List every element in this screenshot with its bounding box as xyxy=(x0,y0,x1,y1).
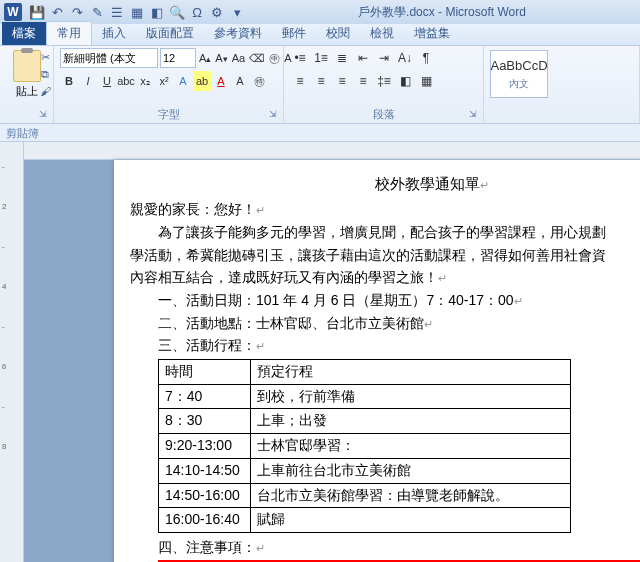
tab-addins[interactable]: 增益集 xyxy=(404,22,460,45)
paste-icon xyxy=(13,50,41,82)
tab-layout[interactable]: 版面配置 xyxy=(136,22,204,45)
clipboard-pane-label: 剪貼簿 xyxy=(0,124,640,142)
phonetic-icon[interactable]: ㊥ xyxy=(268,48,281,68)
shrink-font-icon[interactable]: A▾ xyxy=(214,48,228,68)
dialog-launcher-icon[interactable]: ⇲ xyxy=(469,109,481,121)
line-date: 一、活動日期：101 年 4 月 6 日（星期五）7：40-17：00 xyxy=(158,292,514,308)
schedule-table[interactable]: 時間預定行程 7：40到校，行前準備 8：30上車；出發 9:20-13:00士… xyxy=(158,359,571,533)
dialog-launcher-icon[interactable]: ⇲ xyxy=(269,109,281,121)
cut-icon[interactable]: ✂ xyxy=(38,50,52,64)
para-2: 學活動，希冀能拋磚引玉，讓孩子藉由這次的活動課程，習得如何善用社會資 xyxy=(130,247,606,263)
group-clipboard: 貼上 ✂ ⧉ 🖌 ⇲ xyxy=(0,46,54,123)
line-schedule: 三、活動行程： xyxy=(158,337,256,353)
clear-format-icon[interactable]: ⌫ xyxy=(248,48,266,68)
dialog-launcher-icon[interactable]: ⇲ xyxy=(39,109,51,121)
print-preview-icon[interactable]: 🔍 xyxy=(168,3,186,21)
grow-font-icon[interactable]: A▴ xyxy=(198,48,212,68)
th-time: 時間 xyxy=(159,360,251,385)
tab-mailings[interactable]: 郵件 xyxy=(272,22,316,45)
table-row: 16:00-16:40賦歸 xyxy=(159,508,571,533)
format-painter-icon[interactable]: 🖌 xyxy=(38,84,52,98)
line-place: 二、活動地點：士林官邸、台北市立美術館 xyxy=(158,315,424,331)
superscript-button[interactable]: x² xyxy=(155,71,173,91)
title-bar: W 💾 ↶ ↷ ✎ ☰ ▦ ◧ 🔍 Ω ⚙ ▾ 戶外教學.docx - Micr… xyxy=(0,0,640,24)
qat-icon[interactable]: ▦ xyxy=(128,3,146,21)
table-row: 14:10-14:50上車前往台北市立美術館 xyxy=(159,458,571,483)
word-app-icon: W xyxy=(4,3,22,21)
qat-dropdown-icon[interactable]: ▾ xyxy=(228,3,246,21)
table-header-row: 時間預定行程 xyxy=(159,360,571,385)
bold-button[interactable]: B xyxy=(60,71,78,91)
table-row: 14:50-16:00台北市立美術館學習：由導覽老師解說。 xyxy=(159,483,571,508)
style-sample: AaBbCcD xyxy=(490,58,547,73)
para-1: 為了讓孩子能夠多元的學習，增廣見聞，配合孩子的學習課程，用心規劃 xyxy=(158,224,606,240)
justify-icon[interactable]: ≡ xyxy=(353,71,373,91)
enclose-char-icon[interactable]: ㊕ xyxy=(250,71,268,91)
tab-insert[interactable]: 插入 xyxy=(92,22,136,45)
window-title: 戶外教學.docx - Microsoft Word xyxy=(248,4,636,21)
tab-review[interactable]: 校閱 xyxy=(316,22,360,45)
align-left-icon[interactable]: ≡ xyxy=(290,71,310,91)
table-row: 7：40到校，行前準備 xyxy=(159,384,571,409)
tab-file[interactable]: 檔案 xyxy=(2,22,46,45)
qat-icon[interactable]: ✎ xyxy=(88,3,106,21)
copy-icon[interactable]: ⧉ xyxy=(38,67,52,81)
indent-inc-icon[interactable]: ⇥ xyxy=(374,48,394,68)
redo-icon[interactable]: ↷ xyxy=(68,3,86,21)
vertical-ruler[interactable]: -2 -4 -6 -8 xyxy=(0,142,24,562)
table-row: 8：30上車；出發 xyxy=(159,409,571,434)
shading-icon[interactable]: ◧ xyxy=(395,71,415,91)
highlight-icon[interactable]: ab xyxy=(193,71,211,91)
numbering-icon[interactable]: 1≡ xyxy=(311,48,331,68)
qat-icon[interactable]: ☰ xyxy=(108,3,126,21)
line-notes: 四、注意事項： xyxy=(158,539,256,555)
table-row: 9:20-13:00士林官邸學習： xyxy=(159,434,571,459)
doc-title: 校外教學通知單 xyxy=(375,175,480,192)
horizontal-ruler[interactable] xyxy=(24,142,640,160)
subscript-button[interactable]: x₂ xyxy=(136,71,154,91)
tab-home[interactable]: 常用 xyxy=(46,21,92,45)
style-name: 內文 xyxy=(509,77,529,91)
font-group-label: 字型 xyxy=(54,107,283,122)
borders-icon[interactable]: ▦ xyxy=(416,71,436,91)
group-styles: AaBbCcD 內文 xyxy=(484,46,640,123)
qat-icon[interactable]: ⚙ xyxy=(208,3,226,21)
show-marks-icon[interactable]: ¶ xyxy=(416,48,436,68)
font-color-icon[interactable]: A xyxy=(212,71,230,91)
strike-button[interactable]: abc xyxy=(117,71,135,91)
bullets-icon[interactable]: •≡ xyxy=(290,48,310,68)
quick-access-toolbar: 💾 ↶ ↷ ✎ ☰ ▦ ◧ 🔍 Ω ⚙ ▾ xyxy=(28,3,246,21)
th-plan: 預定行程 xyxy=(251,360,571,385)
qat-icon[interactable]: ◧ xyxy=(148,3,166,21)
tab-view[interactable]: 檢視 xyxy=(360,22,404,45)
paste-button[interactable]: 貼上 xyxy=(13,50,41,99)
underline-button[interactable]: U xyxy=(98,71,116,91)
align-right-icon[interactable]: ≡ xyxy=(332,71,352,91)
indent-dec-icon[interactable]: ⇤ xyxy=(353,48,373,68)
change-case-icon[interactable]: Aa xyxy=(231,48,246,68)
italic-button[interactable]: I xyxy=(79,71,97,91)
paste-label: 貼上 xyxy=(16,84,38,99)
line-spacing-icon[interactable]: ‡≡ xyxy=(374,71,394,91)
qat-icon[interactable]: Ω xyxy=(188,3,206,21)
tab-references[interactable]: 參考資料 xyxy=(204,22,272,45)
save-icon[interactable]: 💾 xyxy=(28,3,46,21)
group-font: A▴ A▾ Aa ⌫ ㊥ A B I U abc x₂ x² A ab A A … xyxy=(54,46,284,123)
ribbon: 貼上 ✂ ⧉ 🖌 ⇲ A▴ A▾ Aa ⌫ ㊥ A B I U abc x₂ x… xyxy=(0,46,640,124)
font-name-select[interactable] xyxy=(60,48,158,68)
sort-icon[interactable]: A↓ xyxy=(395,48,415,68)
align-center-icon[interactable]: ≡ xyxy=(311,71,331,91)
document-area: -2 -4 -6 -8 校外教學通知單↵ 親愛的家長：您好！↵ 為了讓孩子能夠多… xyxy=(0,142,640,562)
font-size-select[interactable] xyxy=(160,48,196,68)
ribbon-tabs: 檔案 常用 插入 版面配置 參考資料 郵件 校閱 檢視 增益集 xyxy=(0,24,640,46)
greeting: 親愛的家長：您好！ xyxy=(130,201,256,217)
char-shading-icon[interactable]: A xyxy=(231,71,249,91)
multilevel-icon[interactable]: ≣ xyxy=(332,48,352,68)
para-3: 內容相互結合，達成既好玩又有內涵的學習之旅！ xyxy=(130,269,438,285)
undo-icon[interactable]: ↶ xyxy=(48,3,66,21)
style-normal[interactable]: AaBbCcD 內文 xyxy=(490,50,548,98)
group-paragraph: •≡ 1≡ ≣ ⇤ ⇥ A↓ ¶ ≡ ≡ ≡ ≡ ‡≡ ◧ ▦ 段落 ⇲ xyxy=(284,46,484,123)
paragraph-group-label: 段落 xyxy=(284,107,483,122)
text-effects-icon[interactable]: A xyxy=(174,71,192,91)
document-page[interactable]: 校外教學通知單↵ 親愛的家長：您好！↵ 為了讓孩子能夠多元的學習，增廣見聞，配合… xyxy=(114,160,640,562)
